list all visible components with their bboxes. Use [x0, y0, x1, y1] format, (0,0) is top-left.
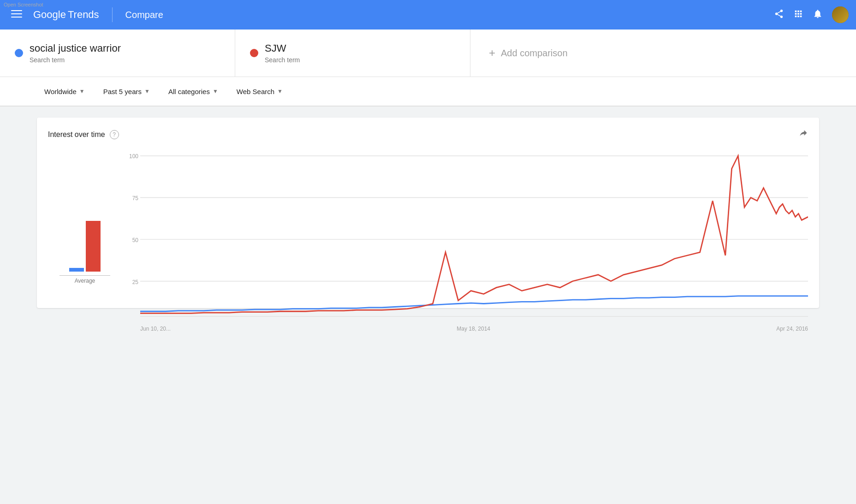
app-logo: Google Trends	[33, 9, 99, 21]
help-question-mark: ?	[113, 131, 116, 138]
filter-time[interactable]: Past 5 years ▼	[96, 84, 157, 99]
chart-share-icon[interactable]	[799, 129, 808, 140]
filters-bar: Worldwide ▼ Past 5 years ▼ All categorie…	[0, 77, 856, 107]
x-label-mid: May 18, 2014	[457, 326, 490, 332]
filter-search-type[interactable]: Web Search ▼	[229, 84, 290, 99]
trends-wordmark: Trends	[68, 9, 99, 21]
trend-chart-svg	[140, 149, 808, 323]
term1-name: social justice warrior	[30, 42, 121, 54]
y-label-100: 100	[129, 153, 138, 160]
add-icon: +	[489, 47, 495, 59]
chart-body: Average 100 75 50 25	[48, 149, 808, 297]
svg-container	[140, 149, 808, 323]
svg-rect-0	[11, 10, 22, 11]
term1-dot	[15, 49, 23, 57]
screenshot-note: Open Screenshot	[4, 2, 43, 7]
header-actions	[774, 6, 849, 23]
apps-icon[interactable]	[793, 9, 803, 21]
y-label-75: 75	[132, 195, 138, 202]
chart-header: Interest over time ?	[48, 129, 808, 140]
main-content: Interest over time ? Average	[0, 107, 856, 319]
svg-rect-2	[11, 17, 22, 18]
filter-category-label: All categories	[168, 88, 210, 95]
term1-text: social justice warrior Search term	[30, 42, 121, 64]
header-divider	[112, 7, 113, 22]
filter-category[interactable]: All categories ▼	[161, 84, 226, 99]
notifications-icon[interactable]	[813, 9, 823, 21]
chart-plot-area: 100 75 50 25	[122, 149, 808, 297]
filter-time-label: Past 5 years	[103, 88, 142, 95]
share-icon[interactable]	[774, 9, 784, 21]
filter-search-type-arrow: ▼	[277, 88, 283, 95]
chart-with-yaxis: 100 75 50 25	[122, 149, 808, 323]
y-label-50: 50	[132, 237, 138, 243]
average-bars	[69, 221, 101, 272]
average-label: Average	[75, 278, 95, 284]
term2-text: SJW Search term	[265, 42, 300, 64]
avatar-image	[832, 6, 849, 23]
filter-region[interactable]: Worldwide ▼	[37, 84, 92, 99]
avg-bar-blue	[69, 268, 84, 272]
term2-name: SJW	[265, 42, 300, 54]
filter-region-label: Worldwide	[44, 88, 77, 95]
add-comparison-button[interactable]: + Add comparison	[470, 30, 586, 77]
filter-region-arrow: ▼	[79, 88, 85, 95]
filter-search-type-label: Web Search	[237, 88, 274, 95]
help-icon[interactable]: ?	[110, 130, 119, 139]
y-axis: 100 75 50 25	[122, 149, 140, 323]
filter-category-arrow: ▼	[213, 88, 218, 95]
term2-dot	[250, 49, 258, 57]
search-terms-bar: social justice warrior Search term SJW S…	[0, 30, 856, 77]
x-axis: Jun 10, 20... May 18, 2014 Apr 24, 2016	[122, 324, 808, 332]
user-avatar[interactable]	[832, 6, 849, 23]
header: Google Trends Compare	[0, 0, 856, 30]
blue-trend-line	[140, 296, 808, 311]
chart-card: Interest over time ? Average	[37, 118, 819, 308]
menu-icon[interactable]	[7, 5, 26, 25]
filter-time-arrow: ▼	[144, 88, 150, 95]
x-label-end: Apr 24, 2016	[776, 326, 808, 332]
average-line	[59, 275, 110, 276]
x-label-start: Jun 10, 20...	[140, 326, 171, 332]
page-title: Compare	[125, 10, 163, 20]
chart-title: Interest over time	[48, 130, 105, 139]
svg-rect-1	[11, 13, 22, 14]
term1-type: Search term	[30, 56, 121, 64]
search-term-2[interactable]: SJW Search term	[235, 30, 470, 77]
search-term-1[interactable]: social justice warrior Search term	[0, 30, 235, 77]
add-comparison-label: Add comparison	[501, 48, 568, 59]
red-trend-line	[140, 156, 808, 313]
avg-bar-red	[86, 221, 101, 272]
term2-type: Search term	[265, 56, 300, 64]
chart-average-sidebar: Average	[48, 149, 122, 297]
y-label-25: 25	[132, 279, 138, 285]
google-wordmark: Google	[33, 9, 66, 21]
